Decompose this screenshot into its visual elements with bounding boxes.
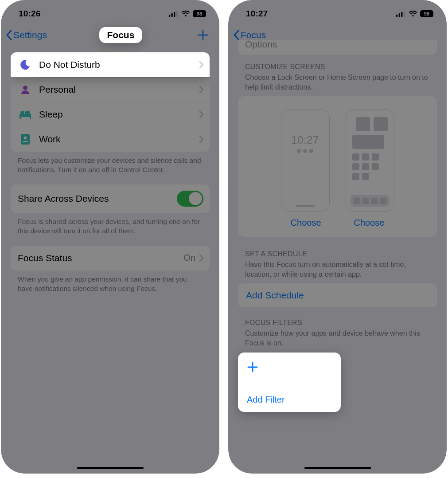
status-time: 10:26 [19, 9, 41, 19]
filters-subtext: Customize how your apps and device behav… [245, 329, 430, 348]
status-bar: 10:26 98 [1, 0, 219, 24]
share-group: Share Across Devices [11, 184, 210, 213]
svg-point-5 [23, 86, 27, 90]
focus-mode-personal[interactable]: Personal [11, 77, 210, 102]
svg-rect-2 [174, 12, 175, 17]
choose-lock-button[interactable]: Choose [291, 218, 321, 228]
svg-rect-17 [404, 11, 405, 17]
svg-rect-14 [396, 15, 397, 17]
svg-rect-15 [399, 13, 400, 17]
wifi-icon [181, 11, 190, 17]
bed-icon [18, 110, 33, 119]
battery-icon: 98 [420, 10, 434, 17]
nav-bar: Settings Focus [1, 24, 219, 49]
filters-header: FOCUS FILTERS [245, 319, 430, 327]
back-button[interactable]: Focus [233, 30, 266, 40]
svg-rect-16 [401, 12, 402, 17]
customize-subtext: Choose a Lock Screen or Home Screen page… [245, 73, 430, 92]
back-label: Focus [241, 30, 266, 40]
home-indicator-icon [296, 205, 315, 207]
modes-footer: Focus lets you customize your devices an… [18, 156, 203, 175]
mode-label: Work [39, 134, 199, 145]
focus-mode-do-not-disturb[interactable]: Do Not Disturb [11, 52, 210, 77]
focus-mode-work[interactable]: Work [11, 127, 210, 152]
home-indicator[interactable] [77, 467, 144, 469]
customize-screens-card: 10:27 Choose Choose [238, 96, 437, 237]
dock-icon [351, 195, 390, 207]
svg-rect-6 [19, 114, 31, 117]
mode-label: Do Not Disturb [39, 59, 199, 70]
left-screenshot: 10:26 98 Settings Focus Do Not [1, 0, 219, 474]
svg-rect-13 [23, 141, 28, 142]
battery-pct-r: 98 [424, 11, 430, 16]
add-schedule-button[interactable]: Add Schedule [238, 283, 437, 307]
focus-modes-list: Do Not Disturb Personal Sleep Work [11, 52, 210, 152]
cellular-icon [396, 11, 406, 17]
right-screenshot: 10:27 98 Focus x x Options CUSTOMIZE SCR… [228, 0, 447, 474]
chevron-left-icon [233, 30, 240, 40]
svg-point-12 [24, 137, 27, 140]
home-indicator[interactable] [304, 467, 371, 469]
lock-screen-preview[interactable]: 10:27 [281, 110, 330, 212]
cellular-icon [169, 11, 179, 17]
status-time: 10:27 [246, 9, 268, 19]
focus-status-row[interactable]: Focus Status On [11, 246, 210, 270]
options-row[interactable]: Options [238, 40, 437, 55]
wifi-icon [409, 11, 417, 17]
svg-rect-7 [19, 117, 21, 119]
status-bar: 10:27 98 [228, 0, 447, 24]
share-footer: Focus is shared across your devices, and… [18, 217, 203, 236]
schedule-header: SET A SCHEDULE [245, 250, 430, 258]
back-button[interactable]: Settings [5, 30, 47, 40]
status-icons: 98 [169, 10, 207, 17]
lock-widgets-icon [297, 149, 313, 153]
chevron-left-icon [5, 30, 12, 40]
add-focus-button[interactable] [195, 29, 211, 41]
svg-rect-0 [169, 15, 170, 17]
svg-rect-3 [176, 11, 178, 17]
svg-rect-10 [25, 111, 30, 114]
mode-label: Sleep [39, 109, 199, 120]
focus-status-group: Focus Status On [11, 246, 210, 270]
add-filter-tile[interactable]: Add Filter [238, 353, 341, 412]
options-label: Options [245, 40, 430, 50]
add-filter-label: Add Filter [247, 395, 332, 405]
plus-icon [247, 361, 332, 373]
battery-icon: 98 [193, 10, 207, 17]
status-footer: When you give an app permission, it can … [18, 275, 203, 294]
chevron-right-icon [199, 255, 203, 262]
plus-icon [197, 29, 209, 41]
person-icon [18, 84, 33, 95]
chevron-right-icon [199, 86, 203, 93]
page-title-focus: Focus [99, 27, 143, 43]
battery-pct: 98 [197, 11, 203, 16]
share-toggle[interactable] [177, 191, 203, 207]
focus-status-value: On [183, 253, 195, 263]
customize-header: CUSTOMIZE SCREENS [245, 63, 430, 71]
badge-icon [18, 133, 33, 145]
status-icons: 98 [396, 10, 434, 17]
share-label: Share Across Devices [18, 193, 177, 204]
back-label: Settings [13, 30, 47, 40]
moon-icon [18, 59, 33, 71]
schedule-subtext: Have this Focus turn on automatically at… [245, 260, 430, 279]
focus-mode-sleep[interactable]: Sleep [11, 102, 210, 127]
svg-rect-9 [20, 111, 24, 114]
chevron-right-icon [199, 136, 203, 143]
svg-rect-1 [171, 13, 173, 17]
svg-rect-8 [30, 117, 31, 119]
choose-home-button[interactable]: Choose [354, 218, 385, 228]
home-screen-preview[interactable] [346, 110, 394, 212]
chevron-right-icon [199, 111, 203, 118]
share-across-devices-row: Share Across Devices [11, 184, 210, 213]
mode-label: Personal [39, 84, 199, 95]
focus-status-label: Focus Status [18, 253, 183, 263]
chevron-right-icon [199, 61, 203, 68]
lock-time: 10:27 [291, 134, 319, 146]
